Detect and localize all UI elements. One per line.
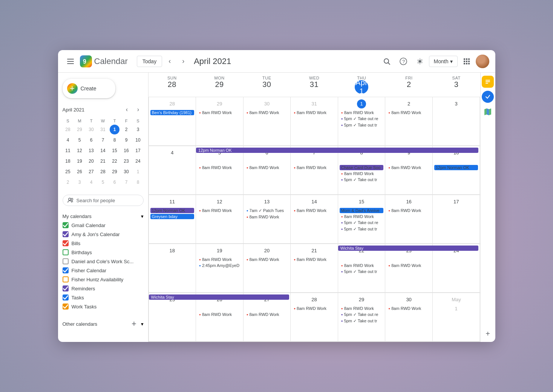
date-apr12[interactable]: 12 <box>215 197 224 206</box>
event-rwd-mon5[interactable]: 8am RWD Work <box>198 165 242 170</box>
date-apr14[interactable]: 14 <box>309 197 319 206</box>
help-button[interactable]: ? <box>396 54 411 69</box>
event-rwd-fri16[interactable]: 8am RWD Work <box>387 208 431 213</box>
mini-day[interactable]: 10 <box>133 135 143 145</box>
calendar-item-bills[interactable]: Bills <box>58 239 148 248</box>
mini-day[interactable]: 24 <box>133 156 143 166</box>
search-button[interactable] <box>379 54 394 69</box>
event-normanok-sat10[interactable]: 12pm Norman OK <box>434 165 478 170</box>
event-wichita-stay-w4[interactable]: Wichita Stay <box>338 246 479 251</box>
event-takeout-thu29a[interactable]: 5pm ✓ Take out re <box>340 312 384 317</box>
event-rwd-tue6[interactable]: 8am RWD Work <box>245 165 289 170</box>
fisher-checkbox[interactable] <box>63 267 69 273</box>
mini-day[interactable]: 7 <box>121 177 131 187</box>
mini-day[interactable]: 5 <box>98 177 108 187</box>
apps-button[interactable] <box>459 54 474 69</box>
event-rwd-mon26[interactable]: 8am RWD Work <box>198 312 242 317</box>
tasks-checkbox[interactable] <box>63 294 69 300</box>
event-takeout-thu1a[interactable]: 5pm ✓ Take out re <box>340 116 384 122</box>
mini-day[interactable]: 26 <box>75 167 84 177</box>
worktasks-checkbox[interactable] <box>63 304 69 310</box>
mini-day[interactable]: 3 <box>75 177 84 187</box>
reminders-checkbox[interactable] <box>63 285 69 291</box>
date-may1[interactable]: May 1 <box>452 295 461 304</box>
mini-day[interactable]: 6 <box>86 135 96 145</box>
date-apr18[interactable]: 18 <box>168 246 177 255</box>
event-rwd-wed31[interactable]: 8am RWD Work <box>292 110 336 115</box>
event-amyeyed[interactable]: 2:45pm Amy@EyeD <box>198 263 242 268</box>
mini-day[interactable]: 4 <box>86 177 96 187</box>
mini-day-today[interactable]: 1 <box>110 125 119 134</box>
event-rwd-thu1[interactable]: 8am RWD Work <box>340 110 384 115</box>
event-rwd-wed21[interactable]: 8am RWD Work <box>292 257 336 262</box>
calendar-item-worktasks[interactable]: Work Tasks <box>58 302 148 311</box>
mini-day[interactable]: 29 <box>110 167 119 177</box>
mini-day[interactable]: 23 <box>121 156 131 166</box>
event-rwd-mon12[interactable]: 8am RWD Work <box>198 208 242 213</box>
date-apr1[interactable]: 1 <box>357 99 366 108</box>
add-other-calendar-button[interactable]: + <box>129 319 139 329</box>
date-apr13[interactable]: 13 <box>262 197 271 206</box>
event-normanok-sun11[interactable]: 12pm Norman OK <box>150 208 195 213</box>
event-wichita-stay-w5[interactable]: Wichita Stay <box>149 294 290 300</box>
other-calendars-header[interactable]: Other calendars + ▾ <box>58 317 148 331</box>
event-greysen-bday[interactable]: Greysen bday <box>150 214 195 219</box>
mini-day[interactable]: 28 <box>98 167 108 177</box>
side-add-button[interactable]: + <box>483 328 493 339</box>
date-apr15[interactable]: 15 <box>357 197 366 206</box>
event-rwd-fri2[interactable]: 8am RWD Work <box>387 110 431 115</box>
mini-day[interactable]: 2 <box>63 177 73 187</box>
event-rwd-tue20[interactable]: 8am RWD Work <box>245 257 289 262</box>
event-rwd-tue13[interactable]: 8am RWD Work <box>245 214 289 220</box>
event-patchtues[interactable]: 7am ✓ Patch Tues <box>245 208 289 214</box>
mini-day[interactable]: 8 <box>133 177 143 187</box>
calendar-item-fisher[interactable]: Fisher Calendar <box>58 266 148 275</box>
event-rwd-wed28[interactable]: 8am RWD Work <box>292 306 336 311</box>
my-calendars-header[interactable]: My calendars ▾ <box>58 212 148 221</box>
date-apr3[interactable]: 3 <box>452 99 461 108</box>
user-avatar[interactable] <box>476 55 489 68</box>
event-rwd-fri23[interactable]: 8am RWD Work <box>387 263 431 268</box>
mini-day[interactable]: 5 <box>75 135 84 145</box>
mini-day[interactable]: 16 <box>121 146 131 156</box>
mini-day[interactable]: 30 <box>86 125 96 134</box>
event-takeout-thu15b[interactable]: 5pm ✓ Take out tr <box>340 226 384 232</box>
date-apr16[interactable]: 16 <box>404 197 414 206</box>
mini-day[interactable]: 8 <box>110 135 119 145</box>
event-rwd-tue27[interactable]: 8am RWD Work <box>245 312 289 317</box>
mini-day[interactable]: 7 <box>98 135 108 145</box>
date-apr30[interactable]: 30 <box>404 295 414 304</box>
event-takeout-thu8[interactable]: 5pm ✓ Take out tr <box>340 177 384 183</box>
event-bens-birthday[interactable]: Ben's Birthday (1981) <box>150 110 195 115</box>
date-28[interactable]: 28 <box>168 99 177 108</box>
mini-day[interactable]: 20 <box>86 156 96 166</box>
prev-button[interactable]: ‹ <box>164 55 176 67</box>
event-rwd-tue30[interactable]: 8am RWD Work <box>245 110 289 115</box>
date-apr17[interactable]: 17 <box>452 197 461 206</box>
menu-button[interactable] <box>64 55 77 68</box>
mini-day[interactable]: 1 <box>133 167 143 177</box>
event-takeout-thu29b[interactable]: 5pm ✓ Take out tr <box>340 318 384 324</box>
date-apr28[interactable]: 28 <box>309 295 319 304</box>
mini-day[interactable]: 17 <box>133 146 143 156</box>
event-rwd-mon29[interactable]: 8am RWD Work <box>198 110 242 115</box>
event-rwd-mon19[interactable]: 8am RWD Work <box>198 257 242 262</box>
mini-day[interactable]: 19 <box>75 156 84 166</box>
mini-day[interactable]: 31 <box>98 125 108 134</box>
mini-day[interactable]: 21 <box>98 156 108 166</box>
date-apr19[interactable]: 19 <box>215 246 224 255</box>
mini-day[interactable]: 14 <box>98 146 108 156</box>
mini-day[interactable]: 29 <box>75 125 84 134</box>
calendar-item-tasks[interactable]: Tasks <box>58 293 148 302</box>
mini-day[interactable]: 2 <box>121 125 131 134</box>
calendar-item-reminders[interactable]: Reminders <box>58 284 148 293</box>
calendar-item-fisherhuntz[interactable]: Fisher Huntz Availability <box>58 275 148 284</box>
date-29[interactable]: 29 <box>215 99 224 108</box>
next-button[interactable]: › <box>177 55 189 67</box>
mini-day[interactable]: 11 <box>63 146 73 156</box>
mini-day[interactable]: 28 <box>63 125 73 134</box>
mini-day[interactable]: 22 <box>110 156 119 166</box>
event-momdad-anniversary[interactable]: Mom & Dad's Annive <box>340 208 384 213</box>
mini-day[interactable]: 13 <box>86 146 96 156</box>
fisherhuntz-checkbox[interactable] <box>63 276 69 282</box>
